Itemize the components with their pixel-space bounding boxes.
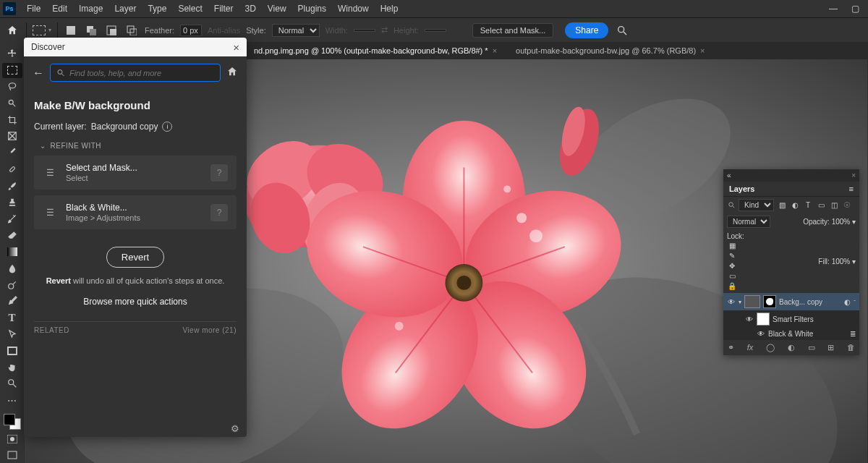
eraser-tool-icon[interactable]	[2, 228, 22, 243]
panel-menu-icon[interactable]: ≡	[849, 184, 854, 193]
menu-select[interactable]: Select	[173, 1, 207, 16]
expand-icon[interactable]: ▾	[739, 299, 741, 305]
help-icon[interactable]: ?	[210, 204, 228, 221]
gear-icon[interactable]: ⚙	[231, 423, 239, 434]
tab-doc-1[interactable]: nd.png.img.png @ 100% (output-make-backg…	[248, 44, 503, 57]
close-icon[interactable]: ×	[851, 171, 856, 179]
heal-tool-icon[interactable]	[2, 162, 22, 177]
blend-mode-select[interactable]: Normal	[727, 216, 770, 228]
browse-more-link[interactable]: Browse more quick actions	[34, 297, 237, 307]
new-layer-icon[interactable]: ⊞	[827, 343, 834, 352]
frame-tool-icon[interactable]	[2, 129, 22, 144]
minimize-icon[interactable]: —	[823, 1, 843, 16]
menu-file[interactable]: File	[22, 1, 46, 16]
screenmode-icon[interactable]	[2, 448, 22, 463]
filter-type-icon[interactable]: T	[803, 200, 813, 211]
filter-kind-select[interactable]: Kind	[739, 199, 774, 211]
layer-mask[interactable]	[763, 295, 776, 308]
fill-value[interactable]: 100%	[832, 258, 851, 266]
layer-name[interactable]: Backg... copy	[779, 298, 841, 306]
opacity-value[interactable]: 100%	[832, 218, 851, 226]
quickmask-icon[interactable]	[2, 431, 22, 446]
info-icon[interactable]: i	[162, 122, 172, 132]
lock-all-icon[interactable]: 🔒	[727, 281, 737, 291]
layer-row[interactable]: 👁 Black & White ≣	[723, 328, 859, 340]
feather-field[interactable]: 0 px	[180, 25, 202, 36]
search-field[interactable]	[69, 69, 214, 77]
hand-tool-icon[interactable]	[2, 360, 22, 375]
tool-dropdown-icon[interactable]: ▾	[48, 27, 51, 33]
color-swatch[interactable]	[4, 414, 21, 430]
group-icon[interactable]: ▭	[808, 343, 815, 352]
zoom-tool-icon[interactable]	[2, 376, 22, 391]
home-icon[interactable]	[4, 22, 20, 38]
tab-doc-2[interactable]: output-make-background-bw.jpg @ 66.7% (R…	[510, 44, 710, 57]
blur-tool-icon[interactable]	[2, 260, 22, 276]
filter-options-icon[interactable]: ≣	[850, 330, 856, 338]
marquee-tool-icon[interactable]	[2, 63, 22, 78]
adjust-icon[interactable]: ◐	[788, 343, 795, 352]
sel-add-icon[interactable]	[84, 24, 98, 37]
filter-shape-icon[interactable]: ▭	[816, 200, 826, 211]
layer-name[interactable]: Black & White	[768, 330, 847, 338]
layer-row[interactable]: 👁 Smart Filters	[723, 310, 859, 328]
menu-layer[interactable]: Layer	[109, 1, 141, 16]
type-tool-icon[interactable]: T	[2, 310, 22, 326]
chevron-icon[interactable]: ˆ	[854, 299, 856, 305]
history-brush-tool-icon[interactable]	[2, 211, 22, 226]
brush-tool-icon[interactable]	[2, 178, 22, 193]
layers-tab[interactable]: Layers	[729, 184, 754, 193]
filter-toggle-icon[interactable]: ⦿	[842, 200, 852, 211]
quick-select-tool-icon[interactable]	[2, 95, 22, 111]
menu-help[interactable]: Help	[375, 1, 404, 16]
sel-intersect-icon[interactable]	[124, 24, 139, 37]
pen-tool-icon[interactable]	[2, 294, 22, 309]
filter-pixel-icon[interactable]: ▧	[777, 200, 787, 211]
lock-trans-icon[interactable]: ▦	[727, 240, 737, 250]
search-input[interactable]	[50, 64, 221, 82]
close-icon[interactable]: ×	[493, 46, 497, 55]
sel-subtract-icon[interactable]	[104, 24, 119, 37]
collapse-icon[interactable]: «	[727, 171, 731, 179]
dodge-tool-icon[interactable]	[2, 277, 22, 292]
view-more-link[interactable]: View more (21)	[182, 326, 237, 334]
help-icon[interactable]: ?	[210, 164, 228, 182]
visibility-icon[interactable]: 👁	[757, 330, 765, 338]
gradient-tool-icon[interactable]	[2, 245, 22, 260]
menu-view[interactable]: View	[263, 1, 292, 16]
menu-image[interactable]: Image	[74, 1, 108, 16]
mask-icon[interactable]: ◯	[766, 343, 775, 352]
close-icon[interactable]: ×	[233, 41, 239, 54]
stamp-tool-icon[interactable]	[2, 195, 22, 210]
sel-new-icon[interactable]	[64, 24, 78, 37]
revert-button[interactable]: Revert	[106, 247, 164, 268]
visibility-icon[interactable]: 👁	[745, 315, 754, 323]
share-button[interactable]: Share	[565, 22, 608, 38]
filter-mask[interactable]	[757, 313, 770, 326]
lock-paint-icon[interactable]: ✎	[727, 250, 737, 260]
move-tool-icon[interactable]	[2, 46, 22, 61]
menu-edit[interactable]: Edit	[47, 1, 72, 16]
close-icon[interactable]: ×	[700, 46, 705, 55]
back-icon[interactable]: ←	[33, 67, 44, 80]
filter-smart-icon[interactable]: ◫	[829, 200, 839, 211]
refine-card-black-white[interactable]: ☰ Black & White...Image > Adjustments ?	[34, 195, 237, 229]
marquee-tool-icon[interactable]	[33, 25, 46, 35]
eyedropper-tool-icon[interactable]	[2, 145, 22, 161]
lasso-tool-icon[interactable]	[2, 80, 22, 95]
menu-window[interactable]: Window	[333, 1, 374, 16]
search-icon[interactable]	[614, 22, 630, 38]
home-icon[interactable]	[226, 66, 238, 80]
style-select[interactable]: Normal	[272, 24, 320, 37]
more-tools-icon[interactable]: ⋯	[2, 393, 22, 408]
select-and-mask-button[interactable]: Select and Mask...	[472, 23, 554, 38]
menu-type[interactable]: Type	[142, 1, 171, 16]
menu-plugins[interactable]: Plugins	[293, 1, 331, 16]
filter-adjust-icon[interactable]: ◐	[790, 200, 800, 211]
refine-card-select-mask[interactable]: ☰ Select and Mask...Select ?	[34, 156, 237, 190]
chevron-down-icon[interactable]: ▾	[852, 218, 856, 226]
layer-thumb[interactable]	[744, 295, 760, 308]
trash-icon[interactable]: 🗑	[847, 343, 855, 352]
menu-3d[interactable]: 3D	[239, 1, 260, 16]
layer-row[interactable]: 👁 ▾ Backg... copy ◐ ˆ	[723, 293, 859, 310]
